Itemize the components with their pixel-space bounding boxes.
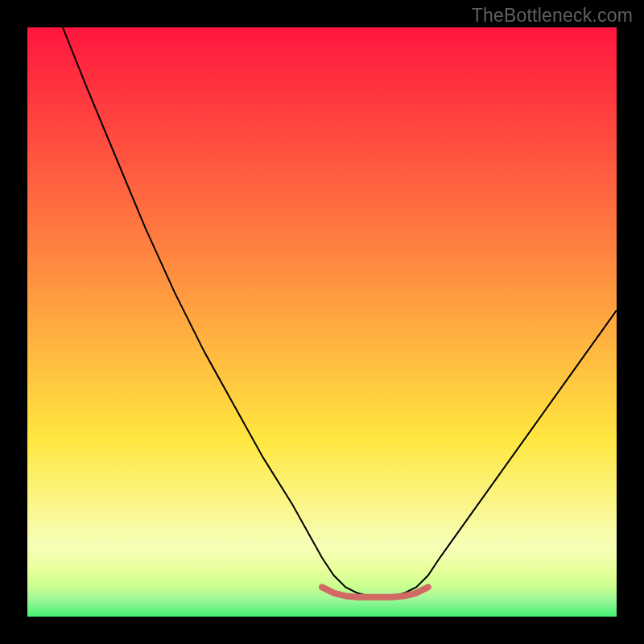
chart-plot-area: [27, 27, 617, 617]
watermark-label: TheBottleneck.com: [472, 5, 633, 27]
gradient-background: [27, 27, 617, 617]
bottleneck-chart: [27, 27, 617, 617]
